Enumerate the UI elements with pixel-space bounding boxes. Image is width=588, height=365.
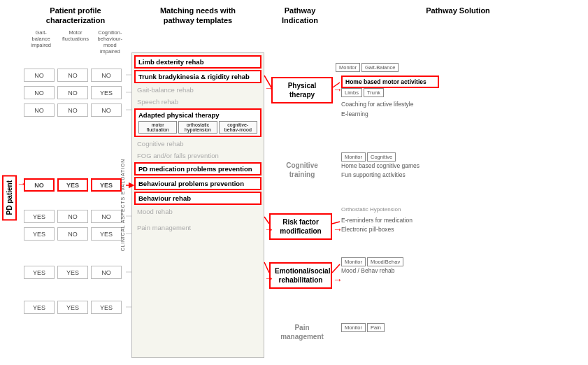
cell-r5c3: NO — [91, 210, 122, 223]
adapted-pt-subitems: motor fluctuation orthostatic hypotensio… — [136, 120, 260, 136]
matching-item-trunk: Trunk bradykinesia & rigidity rehab — [134, 70, 261, 83]
matching-header: Matching needs with pathway templates — [131, 6, 264, 26]
sol-trunk: Trunk — [364, 88, 384, 97]
cell-r4c2: YES — [57, 178, 88, 192]
solution-header: Pathway Solution — [336, 6, 580, 15]
pd-patient-label: PD patient — [2, 175, 17, 220]
cell-r1c2: NO — [57, 69, 88, 82]
cell-r6c3: YES — [91, 227, 122, 241]
arrow-to-emotional: → — [264, 273, 274, 284]
sol-ereminders: E-reminders for medication — [341, 217, 413, 224]
indication-pain: Painmanagement — [271, 323, 333, 341]
indication-header: Pathway Indication — [268, 6, 331, 26]
cell-r8c2: YES — [57, 301, 88, 314]
indication-physical-therapy: Physicaltherapy — [271, 77, 333, 103]
svg-line-13 — [332, 264, 340, 273]
cell-r3c1: NO — [24, 103, 55, 117]
indication-cognitive-training: Cognitivetraining — [271, 161, 333, 179]
sol-mood-behav: Mood/Behav — [367, 257, 403, 266]
matching-item-mood: Mood rehab — [134, 206, 261, 217]
patient-profile-header: Patient profile characterization — [24, 6, 127, 26]
arrow-to-physical: → — [264, 83, 274, 94]
sol-monitor-label: Monitor — [336, 63, 360, 72]
matching-item-pain: Pain management — [134, 222, 261, 233]
pd-patient-section: PD patient — [2, 175, 17, 220]
sol-pillboxes: Electronic pill-boxes — [341, 226, 394, 233]
profile-row-1: NO NO NO — [24, 69, 123, 82]
sol-coaching: Coaching for active lifestyle — [341, 101, 413, 108]
cell-r6c1: YES — [24, 227, 55, 241]
profile-row-8: YES YES YES — [24, 301, 123, 314]
clinical-label-text: CLINICAL ASPECTS EVALUATION — [120, 159, 125, 251]
cell-r3c2: NO — [57, 103, 88, 117]
cell-r7c2: YES — [57, 266, 88, 279]
sol-limbs: Limbs — [341, 88, 362, 97]
sol-monitor-gait-row: Monitor Gait-Balance — [336, 63, 399, 72]
cell-r5c2: NO — [57, 210, 88, 223]
sol-ortho-label: Orthostatic Hypotension — [341, 206, 401, 213]
profile-row-3: NO NO NO — [24, 103, 123, 117]
matching-item-behavioural: Behavioural problems prevention — [134, 177, 261, 190]
sol-limbs-trunk-row: Limbs Trunk — [341, 88, 384, 97]
svg-line-10 — [264, 217, 269, 224]
col-header-cognition: Cognition-behaviour-moodimpaired — [94, 29, 125, 55]
matching-item-pd-medication: PD medication problems prevention — [134, 162, 261, 176]
profile-row-highlighted: NO YES YES — [24, 178, 123, 192]
subitem-ortho: orthostatic hypotension — [178, 121, 217, 134]
indication-emotional: Emotional/socialrehabilitation — [269, 262, 332, 289]
profile-row-2: NO NO YES — [24, 86, 123, 99]
profile-row-6: YES NO YES — [24, 227, 123, 241]
sol-cognitive-label: Cognitive — [367, 152, 396, 162]
sol-fun-activities: Fun supporting activities — [341, 171, 406, 178]
svg-line-12 — [264, 262, 269, 273]
subitem-cognitive: cognitive-behav-mood — [219, 121, 257, 134]
cell-r2c3: YES — [91, 86, 122, 99]
cell-r2c1: NO — [24, 86, 55, 99]
subitem-motor: motor fluctuation — [138, 121, 177, 134]
matching-box: CLINICAL ASPECTS EVALUATION Limb dexteri… — [131, 52, 264, 358]
sol-home-motor: Home based motor activities — [341, 76, 439, 88]
matching-item-cognitive: Cognitive rehab — [134, 138, 261, 149]
matching-item-adapted-pt: Adapted physical therapy motor fluctuati… — [134, 108, 261, 137]
cell-r1c1: NO — [24, 69, 55, 82]
sol-monitor-cognitive-row: Monitor Cognitive — [341, 152, 396, 162]
indication-risk-factor: Risk factormodification — [269, 213, 332, 240]
arrow-to-risk: → — [264, 224, 274, 235]
sol-monitor-pain: Monitor — [341, 323, 366, 332]
sol-cognitive-games: Home based cognitive games — [341, 162, 420, 169]
sol-elearning: E-learning — [341, 110, 368, 117]
sol-mood-rehab: Mood / Behav rehab — [341, 267, 395, 274]
matching-item-fog: FOG and/or falls prevention — [134, 150, 261, 161]
matching-item-speech: Speech rehab — [134, 96, 261, 107]
cell-r4c1: NO — [24, 178, 55, 192]
adapted-pt-title: Adapted physical therapy — [136, 110, 260, 120]
sol-monitor-pain-row: Monitor Pain — [341, 323, 385, 332]
sol-gait-balance-label: Gait-Balance — [361, 63, 399, 72]
cell-r1c3: NO — [91, 69, 122, 82]
cell-r8c3: YES — [91, 301, 122, 314]
cell-r7c1: YES — [24, 266, 55, 279]
sol-pain-label: Pain — [367, 323, 385, 332]
cell-r8c1: YES — [24, 301, 55, 314]
matching-item-behaviour-rehab: Behaviour rehab — [134, 192, 261, 205]
sol-monitor-mood: Monitor — [341, 257, 366, 266]
cell-r7c3: NO — [91, 266, 122, 279]
col-header-gait: Gait-balanceimpaired — [26, 29, 57, 55]
cell-r5c1: YES — [24, 210, 55, 223]
profile-column-headers: Gait-balanceimpaired Motorfluctuations C… — [24, 29, 127, 55]
cell-r4c3: YES — [91, 178, 122, 192]
profile-row-5: YES NO NO — [24, 210, 123, 223]
matching-item-limb-dexterity: Limb dexterity rehab — [134, 55, 261, 69]
col-header-motor: Motorfluctuations — [60, 29, 91, 55]
arrow-emotional-solution: → — [333, 274, 343, 285]
cell-r2c2: NO — [57, 86, 88, 99]
sol-monitor-cog: Monitor — [341, 152, 366, 162]
clinical-aspects-label: CLINICAL ASPECTS EVALUATION — [120, 53, 132, 357]
sol-monitor-mood-row: Monitor Mood/Behav — [341, 257, 403, 266]
matching-item-gait: Gait-balance rehab — [134, 85, 261, 95]
profile-row-7: YES YES NO — [24, 266, 123, 279]
cell-r3c3: NO — [91, 103, 122, 117]
cell-r6c2: NO — [57, 227, 88, 241]
